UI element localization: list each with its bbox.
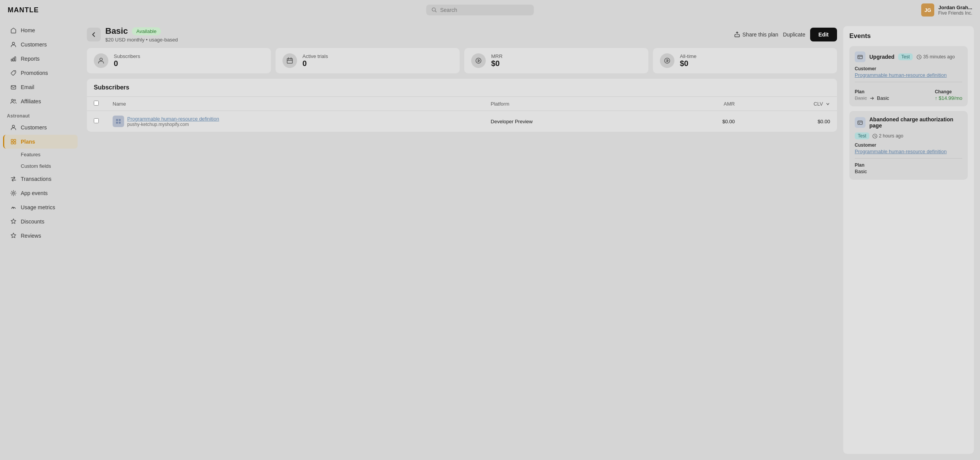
sidebar-item-email-label: Email xyxy=(21,84,34,90)
row-name-cell: Programmable human-resource definition p… xyxy=(106,111,484,132)
home-icon xyxy=(10,27,17,34)
sidebar-item-plans[interactable]: Plans xyxy=(3,135,78,149)
stat-subscribers-value: 0 xyxy=(114,59,140,68)
table-row: Programmable human-resource definition p… xyxy=(87,111,837,132)
event-card-icon-2 xyxy=(855,117,865,128)
sidebar-item-customers-global[interactable]: Customers xyxy=(3,38,78,51)
sidebar-item-transactions[interactable]: Transactions xyxy=(3,172,78,186)
sidebar-item-transactions-label: Transactions xyxy=(21,176,51,182)
event-customer-label-2: Customer xyxy=(855,142,962,148)
customer-name-link[interactable]: Programmable human-resource definition xyxy=(127,116,219,122)
customer-domain: pushy-ketchup.myshopify.com xyxy=(127,122,219,127)
svg-rect-11 xyxy=(11,139,13,141)
event-top-row-2: Abandoned charge authorization page xyxy=(855,116,962,129)
edit-button[interactable]: Edit xyxy=(810,28,837,41)
sidebar-item-customers-label: Customers xyxy=(21,124,47,131)
page-header: Basic Available $20 USD monthly • usage-… xyxy=(87,26,837,43)
active-trials-icon xyxy=(282,53,297,68)
app-logo: MANTLE xyxy=(8,6,39,14)
svg-rect-3 xyxy=(11,59,12,61)
event-badge-2: Test xyxy=(855,132,869,139)
sidebar-item-affiliates[interactable]: Affiliates xyxy=(3,94,78,108)
duplicate-button-label: Duplicate xyxy=(783,31,805,38)
plan-status-badge: Available xyxy=(132,27,161,35)
sidebar-item-custom-fields[interactable]: Custom fields xyxy=(3,161,78,172)
svg-rect-30 xyxy=(858,121,862,124)
stat-active-trials-info: Active trials 0 xyxy=(302,53,328,68)
page-header-left: Basic Available $20 USD monthly • usage-… xyxy=(87,26,178,43)
sidebar-item-discounts[interactable]: Discounts xyxy=(3,215,78,228)
edit-button-label: Edit xyxy=(819,31,829,38)
row-platform-cell: Developer Preview xyxy=(484,111,659,132)
event-customer-link-1[interactable]: Programmable human-resource definition xyxy=(855,72,962,78)
stat-card-all-time: All-time $0 xyxy=(653,48,837,73)
plan-title-group: Basic Available $20 USD monthly • usage-… xyxy=(105,26,178,43)
stats-row: Subscribers 0 Active trials 0 xyxy=(87,48,837,73)
subscribers-title: Subscribers xyxy=(87,79,837,97)
svg-point-9 xyxy=(14,99,16,101)
customer-icon xyxy=(113,116,124,127)
sidebar-item-home-label: Home xyxy=(21,27,35,33)
svg-rect-28 xyxy=(858,55,862,59)
sidebar-item-reviews-label: Reviews xyxy=(21,233,41,239)
change-amount-1: ↑ $14.99/mo xyxy=(935,95,962,101)
header-actions: Share this plan Duplicate Edit xyxy=(734,28,837,41)
sidebar-item-app-events[interactable]: App events xyxy=(3,186,78,200)
customer-info: Programmable human-resource definition p… xyxy=(127,116,219,127)
svg-rect-25 xyxy=(119,119,121,121)
events-panel: Events Upgraded Test xyxy=(843,26,974,454)
col-platform: Platform xyxy=(484,97,659,111)
search-bar[interactable] xyxy=(426,5,534,15)
sidebar-item-usage-metrics[interactable]: Usage metrics xyxy=(3,200,78,214)
search-input[interactable] xyxy=(440,7,528,13)
svg-rect-14 xyxy=(14,142,16,144)
stat-card-active-trials: Active trials 0 xyxy=(276,48,460,73)
event-card-1: Upgraded Test 35 minutes ago Customer Pr… xyxy=(849,46,968,106)
row-checkbox-cell xyxy=(87,111,106,132)
duplicate-button[interactable]: Duplicate xyxy=(783,31,805,38)
sidebar-item-customers[interactable]: Customers xyxy=(3,121,78,134)
sidebar-item-reviews[interactable]: Reviews xyxy=(3,229,78,243)
stat-card-mrr: MRR $0 xyxy=(464,48,648,73)
main-content: Basic Available $20 USD monthly • usage-… xyxy=(81,20,843,460)
stat-all-time-info: All-time $0 xyxy=(680,53,696,68)
sidebar-item-features[interactable]: Features xyxy=(3,149,78,160)
row-checkbox[interactable] xyxy=(94,118,99,123)
star-icon xyxy=(10,232,17,239)
svg-line-1 xyxy=(435,11,436,12)
events-title: Events xyxy=(849,32,968,40)
stat-all-time-label: All-time xyxy=(680,53,696,59)
select-all-checkbox[interactable] xyxy=(94,101,99,106)
layout: Home Customers Reports xyxy=(0,20,980,460)
mrr-icon xyxy=(471,53,486,68)
sidebar-item-promotions[interactable]: Promotions xyxy=(3,66,78,80)
gauge-icon xyxy=(10,204,17,211)
share-button[interactable]: Share this plan xyxy=(734,31,778,38)
plan-title-row: Basic Available xyxy=(105,26,178,36)
event-customer-link-2[interactable]: Programmable human-resource definition xyxy=(855,149,962,154)
sidebar-item-features-label: Features xyxy=(21,152,40,157)
email-icon xyxy=(10,84,17,91)
sidebar-item-promotions-label: Promotions xyxy=(21,70,48,76)
gear-icon xyxy=(10,190,17,197)
sidebar-item-home[interactable]: Home xyxy=(3,23,78,37)
search-icon xyxy=(432,7,437,13)
plan-subtitle: $20 USD monthly • usage-based xyxy=(105,37,178,43)
user-info: JG Jordan Grah... Five Friends Inc. xyxy=(921,3,972,17)
sidebar-item-reports[interactable]: Reports xyxy=(3,52,78,66)
subscribers-table: Name Platform AMR CLV xyxy=(87,97,837,132)
sidebar-item-custom-fields-label: Custom fields xyxy=(21,163,51,169)
svg-marker-19 xyxy=(11,233,16,238)
person-icon-2 xyxy=(10,124,17,131)
event-plan-label-2: Plan xyxy=(855,162,962,168)
all-time-icon xyxy=(660,53,674,68)
col-checkbox xyxy=(87,97,106,111)
event-badge-1: Test xyxy=(898,53,913,60)
stat-subscribers-label: Subscribers xyxy=(114,53,140,59)
back-button[interactable] xyxy=(87,28,101,41)
stat-card-subscribers: Subscribers 0 xyxy=(87,48,271,73)
sidebar-item-email[interactable]: Email xyxy=(3,80,78,94)
event-plan-value-2: Basic xyxy=(855,169,962,174)
event-name-2: Abandoned charge authorization page xyxy=(869,116,962,129)
person-icon xyxy=(10,41,17,48)
